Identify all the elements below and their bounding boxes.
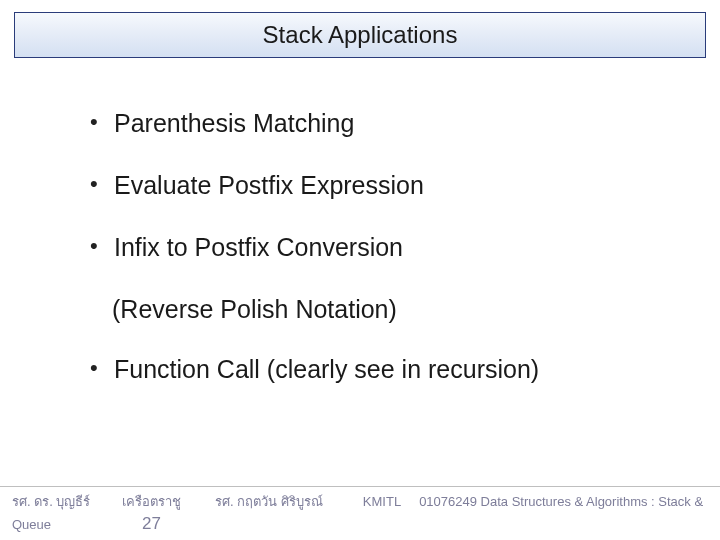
bullet-item: • Function Call (clearly see in recursio… (90, 354, 680, 384)
bullet-subitem: (Reverse Polish Notation) (90, 294, 680, 324)
footer-top-row: รศ. ดร. บุญธีร์ เครือตราชู รศ. กฤตวัน ศิ… (12, 491, 708, 512)
slide-title: Stack Applications (263, 21, 458, 49)
bullet-dot-icon: • (90, 232, 100, 260)
footer-institution: KMITL (363, 494, 401, 509)
footer-author3: รศ. กฤตวัน ศิริบูรณ์ (215, 491, 323, 512)
bullet-text: Infix to Postfix Conversion (114, 232, 403, 262)
bullet-text: Function Call (clearly see in recursion) (114, 354, 539, 384)
content-area: • Parenthesis Matching • Evaluate Postfi… (0, 58, 720, 384)
title-bar: Stack Applications (14, 12, 706, 58)
footer-bottom-row: Queue 27 (12, 514, 708, 534)
bullet-dot-icon: • (90, 170, 100, 198)
bullet-item: • Evaluate Postfix Expression (90, 170, 680, 200)
footer-author2: เครือตราชู (122, 491, 181, 512)
bullet-text: (Reverse Polish Notation) (112, 294, 397, 324)
bullet-dot-icon: • (90, 354, 100, 382)
bullet-dot-icon: • (90, 108, 100, 136)
footer: รศ. ดร. บุญธีร์ เครือตราชู รศ. กฤตวัน ศิ… (0, 486, 720, 540)
bullet-item: • Infix to Postfix Conversion (90, 232, 680, 262)
bullet-text: Parenthesis Matching (114, 108, 354, 138)
bullet-text: Evaluate Postfix Expression (114, 170, 424, 200)
footer-course: 01076249 Data Structures & Algorithms : … (419, 494, 703, 509)
bullet-item: • Parenthesis Matching (90, 108, 680, 138)
page-number: 27 (142, 514, 161, 534)
footer-author1: รศ. ดร. บุญธีร์ (12, 491, 92, 512)
footer-queue: Queue (12, 517, 92, 532)
